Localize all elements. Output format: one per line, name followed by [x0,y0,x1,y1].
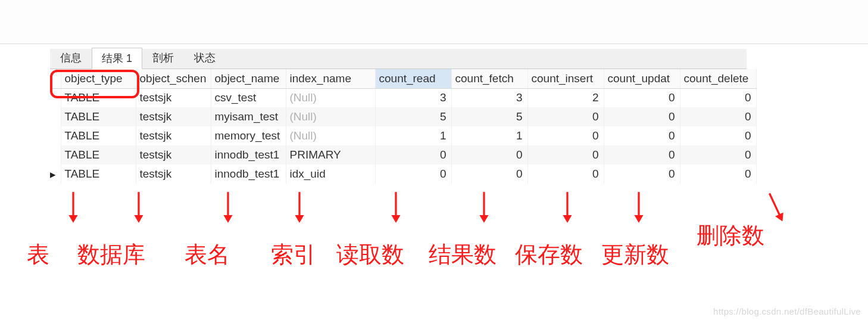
cell-count-update[interactable]: 0 [604,145,680,164]
table-row[interactable]: TABLEtestsjkcsv_test(Null)33200 [50,88,756,107]
cell-index-name[interactable]: idx_uid [286,164,375,184]
watermark: https://blog.csdn.net/dfBeautifulLive [713,306,861,316]
annotation-arrow-icon [762,189,789,225]
cell-count-delete[interactable]: 0 [680,126,756,145]
cell-count-delete[interactable]: 0 [680,88,756,107]
col-count-update[interactable]: count_updat [604,69,680,88]
cell-count-delete[interactable]: 0 [680,164,756,184]
annotation-label: 表名 [185,240,230,270]
table-row[interactable]: ▸TABLEtestsjkinnodb_test1idx_uid00000 [50,164,756,184]
cell-object-name[interactable]: memory_test [211,126,286,145]
row-indicator [50,107,61,126]
row-indicator-header [50,69,61,88]
col-count-read[interactable]: count_read [375,69,451,88]
annotation-label: 读取数 [336,240,404,270]
col-index-name[interactable]: index_name [286,69,375,88]
row-indicator [50,126,61,145]
cell-object-schema[interactable]: testsjk [136,164,211,184]
results-panel: 信息 结果 1 剖析 状态 object_type object_schen o… [50,49,747,184]
cell-count-read[interactable]: 5 [375,107,451,126]
cell-object-name[interactable]: innodb_test1 [211,145,286,164]
cell-count-fetch[interactable]: 0 [451,164,527,184]
annotation-arrow-icon [292,191,307,223]
cell-count-update[interactable]: 0 [604,88,680,107]
annotation-arrow-icon [388,191,404,223]
col-count-delete[interactable]: count_delete [680,69,756,88]
cell-count-delete[interactable]: 0 [680,145,756,164]
col-object-schema[interactable]: object_schen [136,69,211,88]
annotation-label: 结果数 [429,240,497,270]
annotation-arrow-icon [476,191,492,223]
tab-status[interactable]: 状态 [184,47,226,69]
cell-object-schema[interactable]: testsjk [136,107,211,126]
cell-object-schema[interactable]: testsjk [136,145,211,164]
cell-object-type[interactable]: TABLE [61,126,136,145]
cell-object-name[interactable]: innodb_test1 [211,164,286,184]
tab-bar: 信息 结果 1 剖析 状态 [50,49,747,69]
col-count-insert[interactable]: count_insert [527,69,604,88]
annotation-arrow-icon [131,191,146,223]
cell-object-name[interactable]: csv_test [211,88,286,107]
cell-object-type[interactable]: TABLE [61,164,136,184]
cell-count-insert[interactable]: 0 [527,107,604,126]
tab-profile[interactable]: 剖析 [142,47,184,69]
cell-count-update[interactable]: 0 [604,107,680,126]
cell-object-type[interactable]: TABLE [61,88,136,107]
row-indicator [50,88,61,107]
annotation-label: 更新数 [601,240,669,270]
annotation-label: 数据库 [77,240,145,270]
annotation-arrow-icon [631,191,647,223]
annotation-arrow-icon [560,191,575,223]
cell-count-fetch[interactable]: 3 [451,88,527,107]
cell-count-fetch[interactable]: 0 [451,145,527,164]
table-row[interactable]: TABLEtestsjkmemory_test(Null)11000 [50,126,756,145]
cell-object-name[interactable]: myisam_test [211,107,286,126]
col-count-fetch[interactable]: count_fetch [451,69,527,88]
cell-count-insert[interactable]: 0 [527,164,604,184]
annotation-label: 表 [27,240,49,270]
cell-count-read[interactable]: 0 [375,145,451,164]
annotation-arrow-icon [220,191,236,223]
table-row[interactable]: TABLEtestsjkinnodb_test1PRIMARY00000 [50,145,756,164]
cell-count-read[interactable]: 3 [375,88,451,107]
annotation-label: 删除数 [697,220,764,251]
header-row: object_type object_schen object_name ind… [50,69,756,88]
annotation-arrow-icon [65,191,81,223]
cell-index-name[interactable]: (Null) [286,107,375,126]
cell-object-schema[interactable]: testsjk [136,88,211,107]
col-object-type[interactable]: object_type [61,69,136,88]
cell-count-delete[interactable]: 0 [680,107,756,126]
cell-count-update[interactable]: 0 [604,126,680,145]
cell-index-name[interactable]: PRIMARY [286,145,375,164]
row-indicator: ▸ [50,164,61,184]
cell-count-insert[interactable]: 0 [527,145,604,164]
cell-count-update[interactable]: 0 [604,164,680,184]
col-object-name[interactable]: object_name [211,69,286,88]
cell-object-type[interactable]: TABLE [61,145,136,164]
cell-count-read[interactable]: 1 [375,126,451,145]
annotation-label: 保存数 [515,240,583,270]
table-row[interactable]: TABLEtestsjkmyisam_test(Null)55000 [50,107,756,126]
cell-count-fetch[interactable]: 5 [451,107,527,126]
cell-object-schema[interactable]: testsjk [136,126,211,145]
cell-count-fetch[interactable]: 1 [451,126,527,145]
row-indicator [50,145,61,164]
tab-result-1[interactable]: 结果 1 [92,48,142,69]
cell-count-read[interactable]: 0 [375,164,451,184]
cell-count-insert[interactable]: 2 [527,88,604,107]
annotation-label: 索引 [271,240,316,270]
tab-info[interactable]: 信息 [50,47,92,69]
cell-index-name[interactable]: (Null) [286,88,375,107]
cell-index-name[interactable]: (Null) [286,126,375,145]
data-grid[interactable]: object_type object_schen object_name ind… [50,69,747,184]
top-blank-area [0,0,868,44]
cell-count-insert[interactable]: 0 [527,126,604,145]
cell-object-type[interactable]: TABLE [61,107,136,126]
